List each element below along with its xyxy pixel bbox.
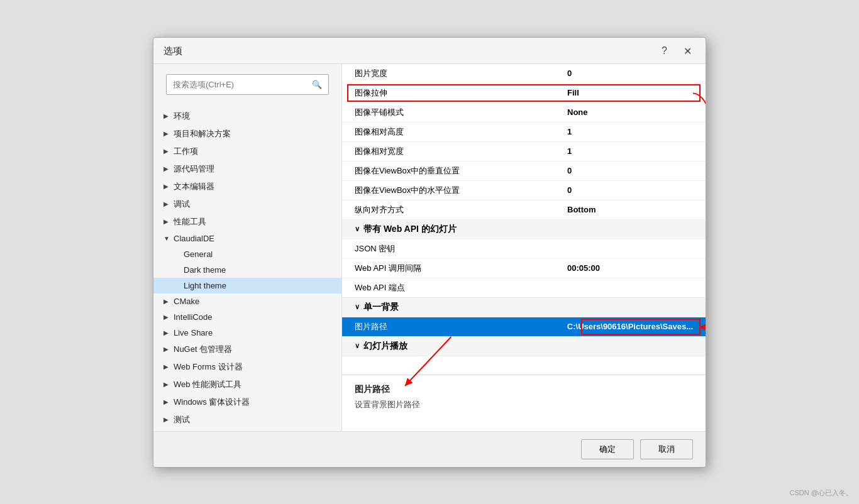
setting-row-13[interactable]: 图片路径C:\Users\90616\Pictures\Saves... — [342, 317, 706, 337]
dialog-body: 🔍 环境项目和解决方案工作项源代码管理文本编辑器调试性能工具ClaudialDE… — [153, 64, 706, 431]
setting-name-3: 图像相对高度 — [355, 126, 567, 138]
section-chevron: ∨ — [355, 342, 360, 350]
setting-name-7: 纵向对齐方式 — [355, 204, 567, 216]
setting-name-9: JSON 密钥 — [355, 243, 567, 255]
search-box[interactable]: 🔍 — [166, 74, 329, 95]
tree-item-label-nuget: NuGet 包管理器 — [174, 344, 232, 355]
tree-item-label-liveshare: Live Share — [174, 328, 213, 337]
tree-item-cmake[interactable]: CMake — [153, 293, 341, 309]
description-text: 设置背景图片路径 — [355, 399, 693, 410]
tree-item-label-work: 工作项 — [174, 146, 198, 157]
tree-item-label-env: 环境 — [174, 111, 190, 122]
setting-row-1[interactable]: 图像拉伸Fill — [342, 84, 706, 103]
setting-value-13: C:\Users\90616\Pictures\Saves... — [567, 322, 693, 331]
setting-row-2[interactable]: 图像平铺模式None — [342, 103, 706, 123]
tree-item-env[interactable]: 环境 — [153, 107, 341, 125]
setting-value-2: None — [567, 107, 693, 117]
setting-name-5: 图像在ViewBox中的垂直位置 — [355, 165, 567, 177]
tree-item-label-webforms: Web Forms 设计器 — [174, 361, 243, 373]
cancel-button[interactable]: 取消 — [640, 439, 693, 459]
description-panel: 图片路径 设置背景图片路径 — [342, 375, 706, 431]
tree-item-intellicode[interactable]: IntelliCode — [153, 309, 341, 325]
ok-button[interactable]: 确定 — [581, 439, 634, 459]
setting-row-5[interactable]: 图像在ViewBox中的垂直位置0 — [342, 162, 706, 181]
setting-value-5: 0 — [567, 166, 693, 175]
setting-value-7: Bottom — [567, 205, 693, 214]
tree-item-nuget[interactable]: NuGet 包管理器 — [153, 341, 341, 358]
setting-row-11[interactable]: Web API 端点 — [342, 278, 706, 298]
tree-item-claudialide[interactable]: ClaudialDE — [153, 231, 341, 246]
tree-item-winforms[interactable]: Windows 窗体设计器 — [153, 393, 341, 411]
section-label: 幻灯片播放 — [363, 341, 407, 352]
section-chevron: ∨ — [355, 225, 360, 233]
tree-item-test[interactable]: 测试 — [153, 411, 341, 429]
tree-item-label-texteditor: 文本编辑器 — [174, 181, 214, 192]
section-chevron: ∨ — [355, 303, 360, 311]
tree-item-darktheme[interactable]: Dark theme — [153, 262, 341, 278]
tree-item-label-intellicode: IntelliCode — [174, 312, 212, 322]
tree-item-label-webperf: Web 性能测试工具 — [174, 379, 241, 390]
help-button[interactable]: ? — [658, 44, 671, 58]
tree-item-label-lighttheme: Light theme — [184, 281, 226, 290]
sidebar: 🔍 环境项目和解决方案工作项源代码管理文本编辑器调试性能工具ClaudialDE… — [153, 64, 342, 431]
tree-item-label-darktheme: Dark theme — [184, 265, 226, 275]
setting-name-0: 图片宽度 — [355, 68, 567, 79]
tree-item-projects[interactable]: 项目和解决方案 — [153, 125, 341, 143]
setting-row-12[interactable]: ∨单一背景 — [342, 298, 706, 317]
search-input[interactable] — [173, 80, 312, 89]
right-container: 图片宽度0图像拉伸Fill图像平铺模式None图像相对高度1图像相对宽度1图像在… — [342, 64, 706, 431]
setting-row-6[interactable]: 图像在ViewBox中的水平位置0 — [342, 181, 706, 200]
tree-item-general[interactable]: General — [153, 246, 341, 262]
close-button[interactable]: ✕ — [680, 44, 696, 58]
setting-value-1: Fill — [567, 88, 693, 97]
tree-item-label-test: 测试 — [174, 414, 190, 425]
dialog-footer: 确定 取消 — [153, 431, 706, 467]
tree-item-webperf[interactable]: Web 性能测试工具 — [153, 376, 341, 393]
section-label: 单一背景 — [363, 302, 399, 313]
setting-row-0[interactable]: 图片宽度0 — [342, 64, 706, 84]
setting-row-14[interactable]: ∨幻灯片播放 — [342, 337, 706, 356]
tree-item-perf[interactable]: 性能工具 — [153, 213, 341, 231]
dialog-title: 选项 — [163, 45, 182, 57]
tree-item-label-perf: 性能工具 — [174, 216, 206, 227]
setting-row-8[interactable]: ∨带有 Web API 的幻灯片 — [342, 220, 706, 239]
tree-item-label-cmake: CMake — [174, 297, 199, 306]
setting-name-10: Web API 调用间隔 — [355, 263, 567, 274]
titlebar: 选项 ? ✕ — [153, 38, 706, 64]
setting-value-10: 00:05:00 — [567, 263, 693, 273]
search-icon: 🔍 — [312, 80, 322, 89]
tree-item-label-general: General — [184, 249, 213, 259]
setting-name-11: Web API 端点 — [355, 282, 567, 293]
watermark: CSDN @心已入冬。 — [790, 488, 853, 498]
setting-name-1: 图像拉伸 — [355, 87, 567, 99]
tree-item-label-claudialide: ClaudialDE — [174, 234, 214, 243]
setting-row-7[interactable]: 纵向对齐方式Bottom — [342, 200, 706, 220]
tree-item-source[interactable]: 源代码管理 — [153, 160, 341, 178]
tree-item-texteditor[interactable]: 文本编辑器 — [153, 178, 341, 195]
tree-item-label-debug: 调试 — [174, 199, 190, 210]
tree-item-label-winforms: Windows 窗体设计器 — [174, 397, 250, 408]
tree-item-debug[interactable]: 调试 — [153, 195, 341, 213]
titlebar-actions: ? ✕ — [658, 44, 696, 58]
setting-value-0: 0 — [567, 68, 693, 78]
setting-name-13: 图片路径 — [355, 321, 567, 332]
tree-item-label-projects: 项目和解决方案 — [174, 128, 231, 140]
tree-item-work[interactable]: 工作项 — [153, 143, 341, 160]
section-label: 带有 Web API 的幻灯片 — [363, 224, 457, 235]
setting-row-4[interactable]: 图像相对宽度1 — [342, 142, 706, 162]
setting-name-4: 图像相对宽度 — [355, 146, 567, 157]
description-title: 图片路径 — [355, 384, 693, 395]
tree-item-lighttheme[interactable]: Light theme — [153, 278, 341, 293]
setting-row-9[interactable]: JSON 密钥 — [342, 239, 706, 259]
tree-item-webforms[interactable]: Web Forms 设计器 — [153, 358, 341, 376]
tree-item-label-source: 源代码管理 — [174, 163, 214, 175]
tree-item-liveshare[interactable]: Live Share — [153, 325, 341, 341]
setting-name-6: 图像在ViewBox中的水平位置 — [355, 185, 567, 196]
setting-row-3[interactable]: 图像相对高度1 — [342, 123, 706, 142]
setting-row-10[interactable]: Web API 调用间隔00:05:00 — [342, 259, 706, 278]
settings-table: 图片宽度0图像拉伸Fill图像平铺模式None图像相对高度1图像相对宽度1图像在… — [342, 64, 706, 375]
setting-value-4: 1 — [567, 146, 693, 156]
tree-list: 环境项目和解决方案工作项源代码管理文本编辑器调试性能工具ClaudialDEGe… — [153, 105, 341, 431]
setting-value-3: 1 — [567, 127, 693, 136]
setting-value-6: 0 — [567, 185, 693, 195]
